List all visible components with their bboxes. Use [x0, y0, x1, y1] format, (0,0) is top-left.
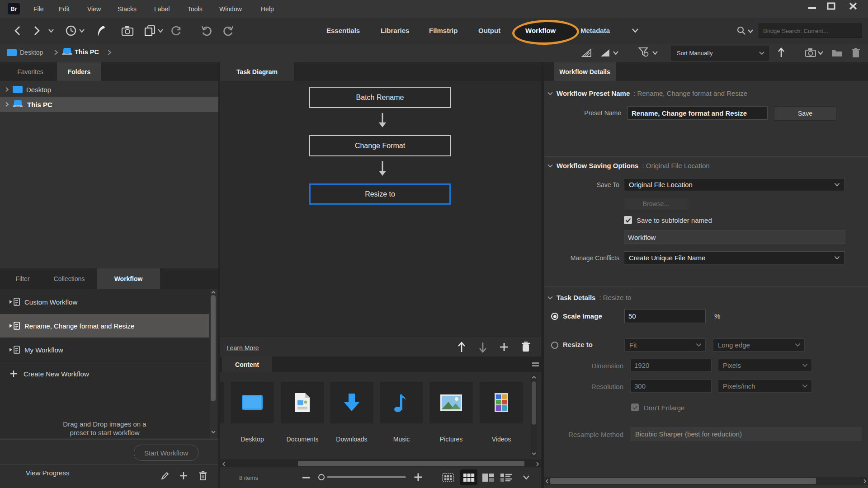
menu-label[interactable]: Label	[154, 5, 170, 13]
node-resize-to[interactable]: Resize to	[309, 183, 451, 205]
manage-conflicts-dropdown[interactable]: Create Unique File Name	[624, 251, 845, 264]
minimize-icon[interactable]	[807, 2, 817, 11]
new-folder-icon[interactable]	[831, 48, 843, 58]
folder-tile-desktop[interactable]	[231, 382, 274, 423]
subfolder-name-input[interactable]	[624, 230, 845, 244]
node-change-format[interactable]: Change Format	[309, 135, 451, 156]
dont-enlarge-checkbox[interactable]	[631, 404, 639, 411]
folder-tile-pictures[interactable]	[429, 382, 473, 423]
scroll-up-icon[interactable]	[211, 291, 216, 294]
scroll-left-icon[interactable]	[222, 462, 226, 466]
zoom-slider-track[interactable]	[327, 476, 406, 478]
zoom-in-icon[interactable]	[414, 473, 423, 482]
sort-dropdown[interactable]: Sort Manually	[671, 46, 769, 61]
scale-image-radio[interactable]	[551, 313, 558, 320]
move-task-up-icon[interactable]	[457, 341, 466, 353]
edit-pencil-icon[interactable]	[160, 471, 170, 480]
delete-trash-icon[interactable]	[851, 47, 861, 59]
folder-tile-music[interactable]	[380, 382, 423, 423]
menu-view[interactable]: View	[87, 5, 101, 13]
workspace-essentials[interactable]: Essentials	[326, 27, 360, 34]
preset-name-section-header[interactable]: Workflow Preset Name : Rename, Change fo…	[547, 89, 747, 97]
browse-button[interactable]: Browse...	[624, 197, 688, 211]
scroll-down-icon[interactable]	[211, 430, 216, 434]
content-horizontal-scrollbar[interactable]	[220, 460, 541, 468]
tab-workflow[interactable]: Workflow	[97, 268, 160, 289]
section-collapse-icon[interactable]	[547, 164, 553, 168]
menu-edit[interactable]: Edit	[59, 5, 70, 13]
content-vertical-scrollbar[interactable]	[531, 374, 537, 457]
scale-percent-input[interactable]	[624, 309, 706, 323]
import-camera-icon[interactable]	[805, 47, 817, 58]
view-progress-link[interactable]: View Progress	[26, 469, 69, 477]
scroll-thumb[interactable]	[211, 295, 216, 401]
scroll-left-icon[interactable]	[545, 479, 549, 483]
add-task-icon[interactable]	[499, 342, 509, 352]
save-subfolder-checkbox[interactable]	[624, 216, 632, 224]
menu-window[interactable]: Window	[219, 5, 242, 13]
tab-task-diagram[interactable]: Task Diagram	[220, 62, 294, 81]
save-to-dropdown[interactable]: Original File Location	[624, 178, 845, 191]
workspace-output[interactable]: Output	[478, 27, 500, 34]
sort-direction-icon[interactable]	[777, 47, 786, 59]
menu-stacks[interactable]: Stacks	[118, 5, 137, 13]
folder-tile-downloads[interactable]	[330, 382, 373, 423]
close-icon[interactable]	[848, 2, 858, 11]
tree-item-desktop[interactable]: Desktop	[0, 82, 218, 97]
preset-list-scrollbar[interactable]	[210, 289, 217, 438]
tab-filter[interactable]: Filter	[4, 268, 42, 289]
dimension-input[interactable]	[630, 359, 712, 372]
scroll-up-icon[interactable]	[532, 375, 536, 379]
resolution-unit-dropdown[interactable]: Pixels/inch	[718, 380, 812, 393]
workspace-libraries[interactable]: Libraries	[381, 27, 409, 34]
start-workflow-button[interactable]: Start Workflow	[134, 445, 198, 461]
sort-rating-icon[interactable]	[600, 48, 611, 58]
saving-options-section-header[interactable]: Workflow Saving Options : Original File …	[547, 162, 710, 169]
scroll-thumb[interactable]	[550, 478, 816, 484]
preset-name-input[interactable]	[627, 106, 768, 120]
preset-my-workflow[interactable]: My Workflow	[0, 338, 209, 362]
right-horizontal-scrollbar[interactable]	[544, 477, 868, 485]
filter-funnel-icon[interactable]	[638, 47, 650, 59]
panel-menu-icon[interactable]	[532, 362, 539, 367]
view-grid-lock-icon[interactable]	[442, 473, 454, 482]
rating-dropdown-icon[interactable]	[613, 51, 619, 55]
preset-rename-change-resize[interactable]: Rename, Change format and Resize	[0, 314, 209, 338]
import-dropdown-icon[interactable]	[817, 51, 824, 55]
tab-folders[interactable]: Folders	[57, 62, 101, 81]
view-thumbnails-button-active[interactable]	[460, 469, 477, 485]
scroll-right-icon[interactable]	[536, 462, 539, 466]
add-workflow-icon[interactable]	[179, 472, 188, 480]
expand-arrow-icon[interactable]	[5, 102, 9, 107]
dimension-unit-dropdown[interactable]: Pixels	[718, 359, 812, 372]
task-details-section-header[interactable]: Task Details : Resize to	[547, 294, 631, 301]
view-options-chevron-icon[interactable]	[522, 475, 530, 480]
learn-more-link[interactable]: Learn More	[226, 344, 259, 352]
scroll-right-icon[interactable]	[863, 479, 867, 483]
workspace-filmstrip[interactable]: Filmstrip	[429, 27, 458, 34]
scroll-thumb[interactable]	[532, 381, 536, 425]
delete-workflow-icon[interactable]	[199, 471, 207, 481]
move-task-down-icon[interactable]	[478, 341, 487, 353]
expand-arrow-icon[interactable]	[5, 87, 9, 92]
menu-help[interactable]: Help	[261, 5, 274, 13]
tree-item-this-pc[interactable]: This PC	[0, 97, 218, 112]
menu-tools[interactable]: Tools	[188, 5, 203, 13]
view-details-icon[interactable]	[482, 473, 495, 482]
save-preset-button[interactable]: Save	[774, 106, 836, 121]
folder-tile-documents[interactable]	[281, 382, 324, 423]
filter-rating-icon[interactable]	[581, 48, 592, 58]
edge-dropdown[interactable]: Long edge	[713, 338, 805, 352]
resolution-input[interactable]	[630, 380, 712, 393]
workspace-workflow[interactable]: Workflow	[525, 27, 556, 34]
folder-tile-videos[interactable]	[480, 382, 523, 423]
scroll-down-icon[interactable]	[532, 452, 536, 455]
zoom-out-icon[interactable]	[302, 476, 310, 479]
scroll-thumb[interactable]	[298, 461, 524, 466]
zoom-slider-knob[interactable]	[318, 474, 325, 480]
workspace-more-icon[interactable]	[631, 28, 639, 33]
maximize-icon[interactable]	[826, 2, 836, 11]
tab-favorites[interactable]: Favorites	[4, 62, 57, 81]
create-new-workflow-button[interactable]: Create New Workflow	[0, 362, 209, 385]
preset-custom-workflow[interactable]: Custom Workflow	[0, 290, 209, 314]
